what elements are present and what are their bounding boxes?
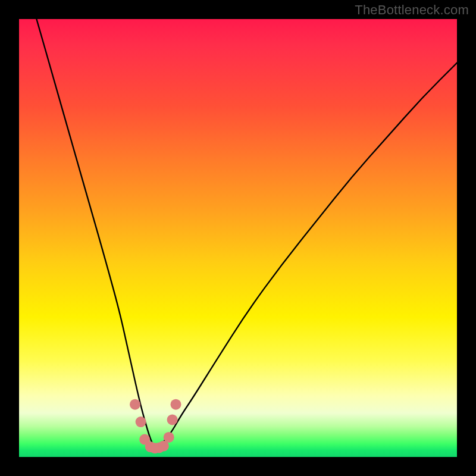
watermark-text: TheBottleneck.com: [355, 2, 469, 18]
plot-area: [19, 19, 457, 457]
highlight-marker: [171, 399, 181, 410]
highlight-marker: [130, 399, 140, 410]
chart-frame: TheBottleneck.com: [0, 0, 476, 476]
highlight-marker: [167, 414, 178, 425]
bottleneck-curve: [36, 19, 457, 447]
highlight-marker: [164, 432, 174, 443]
curve-layer: [19, 19, 457, 457]
highlight-markers: [130, 399, 181, 454]
highlight-marker: [136, 416, 146, 427]
